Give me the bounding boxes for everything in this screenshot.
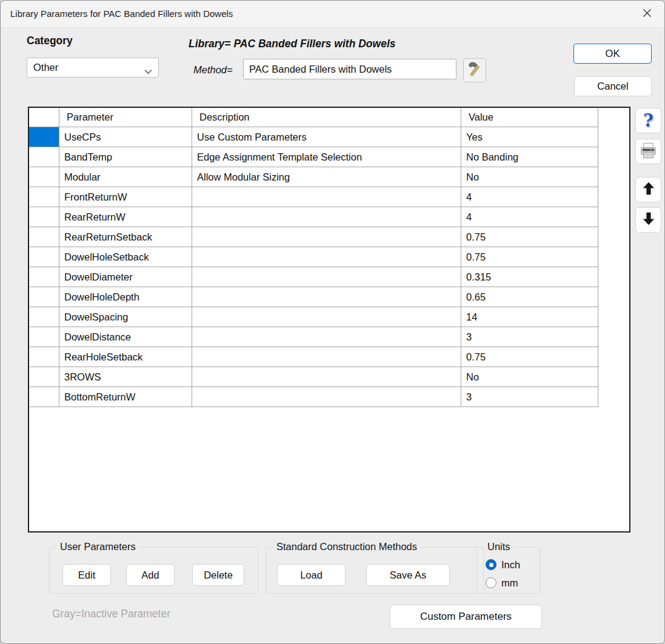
cell-description[interactable] — [192, 227, 461, 247]
move-down-button[interactable] — [635, 207, 661, 233]
chevron-down-icon — [144, 66, 152, 77]
print-button[interactable] — [635, 139, 661, 164]
method-input[interactable] — [243, 59, 456, 79]
cell-value[interactable]: 3 — [461, 387, 598, 407]
cell-value[interactable]: 4 — [461, 187, 598, 207]
radio-icon — [486, 559, 496, 570]
column-header-value[interactable]: Value — [461, 108, 598, 127]
row-selector[interactable] — [29, 187, 59, 207]
column-header-parameter[interactable]: Parameter — [59, 108, 192, 127]
table-row[interactable]: DowelSpacing14 — [29, 307, 629, 327]
unit-radio-mm[interactable]: mm — [486, 576, 518, 589]
category-dropdown[interactable]: Other — [27, 58, 159, 78]
ok-button[interactable]: OK — [573, 44, 652, 64]
table-row[interactable]: DowelHoleSetback0.75 — [29, 247, 629, 267]
category-selected-value: Other — [27, 62, 58, 73]
add-button[interactable]: Add — [126, 564, 175, 586]
row-selector[interactable] — [29, 387, 59, 407]
cell-value[interactable]: 14 — [461, 307, 598, 327]
cell-value[interactable]: No — [461, 167, 598, 187]
row-selector[interactable] — [29, 267, 59, 287]
cell-description[interactable] — [192, 327, 461, 347]
cell-parameter[interactable]: RearReturnSetback — [59, 227, 192, 247]
units-group-label: Units — [484, 541, 513, 553]
cell-description[interactable] — [192, 187, 461, 207]
cell-parameter[interactable]: UseCPs — [59, 127, 192, 147]
cell-parameter[interactable]: DowelHoleDepth — [59, 287, 192, 307]
table-row[interactable]: FrontReturnW4 — [29, 187, 629, 207]
arrow-up-icon — [641, 181, 657, 199]
custom-parameters-button[interactable]: Custom Parameters — [390, 605, 542, 629]
table-row[interactable]: UseCPsUse Custom ParametersYes — [29, 127, 629, 147]
cell-value[interactable]: 4 — [461, 207, 598, 227]
cell-description[interactable] — [192, 367, 461, 387]
cell-parameter[interactable]: Modular — [59, 167, 192, 187]
table-row[interactable]: BandTempEdge Assignment Template Selecti… — [29, 147, 629, 167]
cell-parameter[interactable]: FrontReturnW — [59, 187, 192, 207]
row-selector[interactable] — [29, 287, 59, 307]
help-button[interactable]: ? — [635, 108, 661, 133]
cell-description[interactable] — [192, 287, 461, 307]
column-header-description[interactable]: Description — [192, 108, 461, 127]
cell-parameter[interactable]: DowelDistance — [59, 327, 192, 347]
table-row[interactable]: 3ROWSNo — [29, 367, 629, 387]
table-row[interactable]: DowelDistance3 — [29, 327, 629, 347]
cell-value[interactable]: No — [461, 367, 598, 387]
cell-value[interactable]: 3 — [461, 327, 598, 347]
row-selector[interactable] — [29, 307, 59, 327]
cell-description[interactable] — [192, 267, 461, 287]
row-selector[interactable] — [29, 347, 59, 367]
row-selector-header[interactable] — [29, 108, 59, 127]
cell-description[interactable]: Use Custom Parameters — [192, 127, 461, 147]
table-row[interactable]: DowelHoleDepth0.65 — [29, 287, 629, 307]
cell-value[interactable]: 0.75 — [461, 227, 598, 247]
table-row[interactable]: DowelDiameter0.315 — [29, 267, 629, 287]
move-up-button[interactable] — [635, 177, 661, 202]
row-selector[interactable] — [29, 127, 59, 147]
close-button[interactable] — [637, 4, 657, 24]
cell-description[interactable] — [192, 307, 461, 327]
save-as-button[interactable]: Save As — [366, 564, 450, 586]
unit-radio-inch[interactable]: Inch — [486, 558, 520, 571]
cell-value[interactable]: No Banding — [461, 147, 598, 167]
cell-value[interactable]: 0.315 — [461, 267, 598, 287]
build-method-button[interactable] — [463, 58, 486, 82]
delete-button[interactable]: Delete — [192, 564, 244, 586]
row-selector[interactable] — [29, 167, 59, 187]
table-row[interactable]: RearReturnSetback0.75 — [29, 227, 629, 247]
cell-parameter[interactable]: RearHoleSetback — [59, 347, 192, 367]
row-selector[interactable] — [29, 367, 59, 387]
load-button[interactable]: Load — [277, 564, 346, 586]
cell-description[interactable] — [192, 347, 461, 367]
cell-parameter[interactable]: DowelSpacing — [59, 307, 192, 327]
table-row[interactable]: BottomReturnW3 — [29, 387, 629, 407]
row-selector[interactable] — [29, 327, 59, 347]
cell-value[interactable]: Yes — [461, 127, 598, 147]
edit-button[interactable]: Edit — [62, 564, 111, 586]
cell-parameter[interactable]: DowelDiameter — [59, 267, 192, 287]
cell-value[interactable]: 0.75 — [461, 247, 598, 267]
cell-value[interactable]: 0.75 — [461, 347, 598, 367]
row-selector[interactable] — [29, 227, 59, 247]
row-selector[interactable] — [29, 207, 59, 227]
cell-description[interactable] — [192, 207, 461, 227]
cell-parameter[interactable]: DowelHoleSetback — [59, 247, 192, 267]
cell-parameter[interactable]: 3ROWS — [59, 367, 192, 387]
cell-description[interactable]: Edge Assignment Template Selection — [192, 147, 461, 167]
cell-description[interactable] — [192, 387, 461, 407]
cell-parameter[interactable]: BottomReturnW — [59, 387, 192, 407]
cell-value[interactable]: 0.65 — [461, 287, 598, 307]
cell-description[interactable] — [192, 247, 461, 267]
user-parameters-group: User Parameters Edit Add Delete — [49, 547, 258, 594]
table-row[interactable]: ModularAllow Modular SizingNo — [29, 167, 629, 187]
title-bar: Library Parameters for PAC Banded Filler… — [1, 1, 664, 28]
table-row[interactable]: RearHoleSetback0.75 — [29, 347, 629, 367]
parameter-table: Parameter Description Value UseCPsUse Cu… — [28, 107, 630, 533]
row-selector[interactable] — [29, 147, 59, 167]
table-row[interactable]: RearReturnW4 — [29, 207, 629, 227]
cell-description[interactable]: Allow Modular Sizing — [192, 167, 461, 187]
row-selector[interactable] — [29, 247, 59, 267]
cell-parameter[interactable]: BandTemp — [59, 147, 192, 167]
cell-parameter[interactable]: RearReturnW — [59, 207, 192, 227]
cancel-button[interactable]: Cancel — [574, 76, 652, 96]
